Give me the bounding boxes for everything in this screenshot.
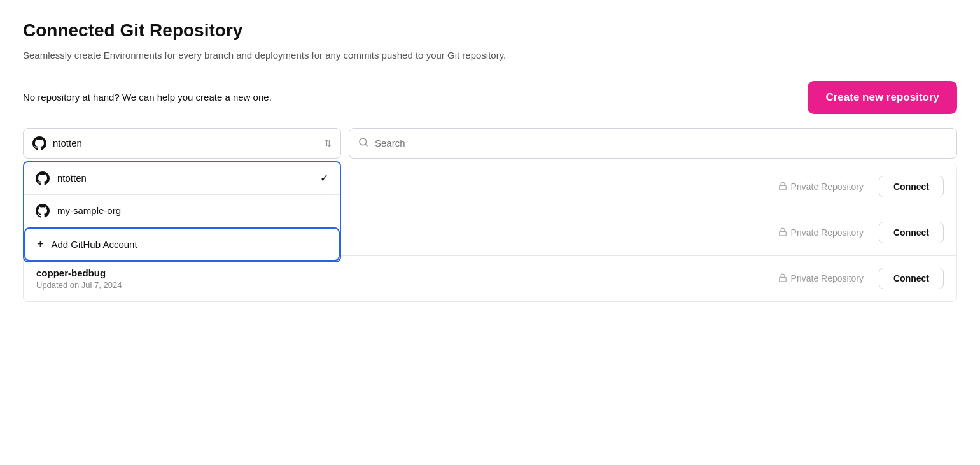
github-icon: [32, 136, 46, 150]
chevron-icon: ⇅: [325, 138, 332, 148]
search-box: [349, 128, 957, 159]
repo-right: Private Repository Connect: [778, 222, 944, 243]
repo-date: Updated on Jul 7, 2024: [36, 280, 122, 290]
connect-button[interactable]: Connect: [879, 176, 944, 197]
repo-info: copper-bedbug Updated on Jul 7, 2024: [36, 268, 122, 290]
add-github-account-label: Add GitHub Account: [52, 239, 137, 250]
lock-icon: [778, 273, 787, 284]
page-subtitle: Seamlessly create Environments for every…: [23, 48, 957, 63]
connect-button[interactable]: Connect: [879, 268, 944, 289]
create-new-repository-button[interactable]: Create new repository: [808, 81, 957, 114]
github-icon-org: [36, 204, 50, 218]
connect-button[interactable]: Connect: [879, 222, 944, 243]
account-selector: ntotten ⇅ ntotten ✓: [23, 128, 341, 159]
private-label: Private Repository: [791, 273, 864, 283]
dropdown-item-org-label: my-sample-org: [57, 205, 121, 216]
private-label: Private Repository: [791, 182, 864, 192]
plus-icon: +: [37, 238, 44, 251]
account-selector-button[interactable]: ntotten ⇅: [23, 128, 341, 159]
svg-rect-3: [779, 231, 786, 235]
page-title: Connected Git Repository: [23, 20, 957, 41]
dropdown-item-my-sample-org[interactable]: my-sample-org: [24, 195, 340, 227]
toolbar-hint: No repository at hand? We can help you c…: [23, 92, 272, 103]
svg-rect-2: [779, 185, 786, 189]
search-icon: [358, 137, 368, 149]
selected-account-label: ntotten: [53, 138, 82, 148]
github-icon-ntotten: [36, 171, 50, 185]
repo-name: copper-bedbug: [36, 268, 122, 278]
repo-right: Private Repository Connect: [778, 176, 944, 197]
private-badge: Private Repository: [778, 182, 864, 192]
dropdown-item-ntotten-label: ntotten: [57, 173, 87, 183]
dropdown-item-ntotten[interactable]: ntotten ✓: [24, 162, 340, 194]
check-icon: ✓: [320, 172, 328, 184]
controls-row: ntotten ⇅ ntotten ✓: [23, 128, 957, 159]
lock-icon: [778, 182, 787, 192]
main-content: ntotten ⇅ ntotten ✓: [23, 128, 957, 302]
lock-icon: [778, 227, 787, 238]
svg-rect-4: [779, 277, 786, 281]
table-row: copper-bedbug Updated on Jul 7, 2024 Pri…: [24, 256, 956, 301]
account-dropdown-menu: ntotten ✓ my-sample-org + Add GitHub Acc…: [23, 161, 341, 262]
toolbar-row: No repository at hand? We can help you c…: [23, 81, 957, 114]
repo-right: Private Repository Connect: [778, 268, 944, 289]
private-badge: Private Repository: [778, 227, 864, 238]
add-github-account-item[interactable]: + Add GitHub Account: [24, 227, 340, 261]
private-badge: Private Repository: [778, 273, 864, 284]
search-input[interactable]: [375, 138, 948, 148]
svg-line-1: [365, 144, 367, 146]
private-label: Private Repository: [791, 227, 864, 238]
